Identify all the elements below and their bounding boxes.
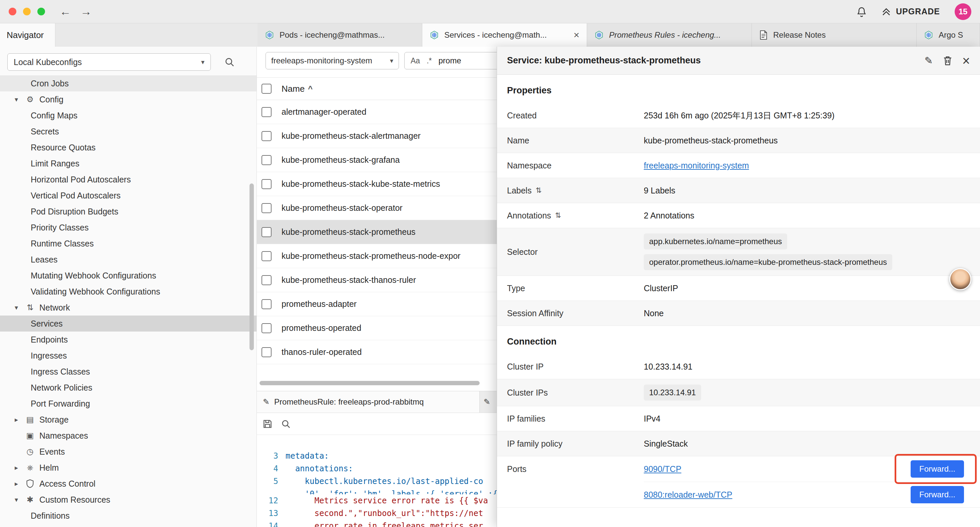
sidebar-item-resource-quotas[interactable]: Resource Quotas: [0, 139, 256, 155]
sidebar-item-network-policies[interactable]: Network Policies: [0, 380, 256, 396]
sidebar-item-custom-resources[interactable]: ▾✱Custom Resources: [0, 492, 256, 508]
sidebar-item-config[interactable]: ▾⚙Config: [0, 91, 256, 107]
tab-prometheus-rules-icecheng[interactable]: Prometheus Rules - icecheng...: [587, 23, 752, 47]
sidebar-item-pod-disruption-budgets[interactable]: Pod Disruption Budgets: [0, 204, 256, 220]
tab-release-notes[interactable]: Release Notes: [752, 23, 916, 47]
notification-count-badge[interactable]: 15: [955, 3, 971, 20]
chevron-down-icon[interactable]: ▾: [12, 304, 21, 312]
detail-row-cluster-ip: Cluster IP10.233.14.91: [497, 354, 980, 379]
sidebar-item-config-maps[interactable]: Config Maps: [0, 107, 256, 123]
dock-tab-prometheusrule[interactable]: ✎ PrometheusRule: freeleaps-prod-rabbitm…: [257, 391, 480, 412]
regex-toggle[interactable]: .*: [426, 56, 432, 65]
sidebar-item-horizontal-pod-autoscalers[interactable]: Horizontal Pod Autoscalers: [0, 172, 256, 188]
name-column-header[interactable]: Name ^: [282, 84, 313, 94]
minimize-window-button[interactable]: [23, 8, 31, 15]
sidebar-item-definitions[interactable]: Definitions: [0, 508, 256, 524]
close-tab-icon[interactable]: ×: [573, 29, 579, 41]
notifications-bell-icon[interactable]: [857, 6, 867, 17]
forward-button[interactable]: Forward...: [911, 486, 964, 503]
table-row[interactable]: kube-prometheus-stack-alertmanager: [257, 124, 497, 148]
row-checkbox[interactable]: [261, 131, 272, 141]
table-row[interactable]: kube-prometheus-stack-grafana: [257, 148, 497, 172]
forward-button[interactable]: →: [80, 5, 92, 18]
sidebar-item-services[interactable]: Services: [0, 315, 256, 331]
sidebar-item-limit-ranges[interactable]: Limit Ranges: [0, 155, 256, 172]
namespace-filter-select[interactable]: freeleaps-monitoring-system ▾: [266, 52, 399, 69]
table-row[interactable]: prometheus-adapter: [257, 292, 497, 316]
table-row[interactable]: kube-prometheus-stack-operator: [257, 196, 497, 220]
sidebar-item-secrets[interactable]: Secrets: [0, 123, 256, 139]
table-row[interactable]: alertmanager-operated: [257, 100, 497, 124]
row-checkbox[interactable]: [261, 347, 272, 357]
sidebar-item-port-forwarding[interactable]: Port Forwarding: [0, 396, 256, 412]
sidebar-item-cron-jobs[interactable]: Cron Jobs: [0, 75, 256, 91]
horizontal-scrollbar-thumb[interactable]: [259, 381, 480, 385]
sidebar-item-endpoints[interactable]: Endpoints: [0, 331, 256, 347]
yaml-editor[interactable]: 3metadata:4 annotations:5 kubectl.kubern…: [257, 435, 497, 527]
services-search-input[interactable]: Aa .* prome: [404, 52, 497, 69]
port-link[interactable]: 9090/TCP: [644, 464, 681, 474]
sidebar-item-helm[interactable]: ▸⎈Helm: [0, 460, 256, 476]
chevron-right-icon[interactable]: ▸: [12, 416, 21, 424]
back-button[interactable]: ←: [60, 5, 71, 18]
user-avatar[interactable]: [949, 268, 971, 290]
port-link[interactable]: 8080:reloader-web/TCP: [644, 490, 732, 500]
dock-tab-next[interactable]: ✎: [480, 391, 497, 412]
kubeconfig-selector[interactable]: Local Kubeconfigs ▾: [7, 53, 211, 71]
table-row[interactable]: thanos-ruler-operated: [257, 340, 497, 364]
sidebar-item-access-control[interactable]: ▸Access Control: [0, 476, 256, 492]
horizontal-scrollbar[interactable]: [259, 381, 494, 385]
detail-value-link[interactable]: freeleaps-monitoring-system: [644, 161, 749, 170]
sort-updown-icon[interactable]: ⇅: [555, 211, 561, 220]
sort-updown-icon[interactable]: ⇅: [536, 186, 542, 195]
row-checkbox[interactable]: [261, 179, 272, 189]
row-checkbox[interactable]: [261, 275, 272, 285]
editor-search-icon[interactable]: [281, 419, 291, 429]
sidebar-item-vertical-pod-autoscalers[interactable]: Vertical Pod Autoscalers: [0, 188, 256, 204]
table-row[interactable]: kube-prometheus-stack-thanos-ruler: [257, 268, 497, 292]
row-checkbox[interactable]: [261, 155, 272, 165]
close-window-button[interactable]: [9, 8, 16, 15]
match-case-toggle[interactable]: Aa: [410, 56, 420, 65]
table-row[interactable]: kube-prometheus-stack-prometheus-node-ex…: [257, 244, 497, 268]
tab-pods-icecheng-mathmas[interactable]: Pods - icecheng@mathmas...: [258, 23, 422, 47]
row-checkbox[interactable]: [261, 203, 272, 213]
sidebar-item-mutating-webhook-configurations[interactable]: Mutating Webhook Configurations: [0, 267, 256, 283]
sidebar-item-priority-classes[interactable]: Priority Classes: [0, 220, 256, 236]
tab-services-icecheng-math[interactable]: Services - icecheng@math...×: [422, 23, 587, 47]
sidebar-item-events[interactable]: ◷Events: [0, 444, 256, 460]
table-row[interactable]: kube-prometheus-stack-prometheus: [257, 220, 497, 244]
sidebar-scrollbar-thumb[interactable]: [250, 183, 254, 350]
sidebar-item-validating-webhook-configurations[interactable]: Validating Webhook Configurations: [0, 283, 256, 299]
upgrade-button[interactable]: UPGRADE: [881, 7, 940, 16]
sidebar-item-namespaces[interactable]: ▣Namespaces: [0, 428, 256, 444]
edit-pencil-icon[interactable]: ✎: [924, 55, 933, 66]
sidebar-item-network[interactable]: ▾⇅Network: [0, 299, 256, 315]
table-row[interactable]: kube-prometheus-stack-kube-state-metrics: [257, 172, 497, 196]
sidebar-item-ingress-classes[interactable]: Ingress Classes: [0, 363, 256, 380]
save-icon[interactable]: [262, 419, 273, 429]
sidebar-scrollbar[interactable]: [250, 183, 254, 397]
tab-argo-s[interactable]: Argo S: [916, 23, 980, 47]
row-checkbox[interactable]: [261, 299, 272, 309]
row-checkbox[interactable]: [261, 227, 272, 237]
zoom-window-button[interactable]: [37, 8, 45, 15]
chevron-down-icon[interactable]: ▾: [12, 96, 21, 103]
row-checkbox[interactable]: [261, 251, 272, 261]
select-all-checkbox[interactable]: [261, 84, 272, 94]
chevron-down-icon[interactable]: ▾: [12, 496, 21, 504]
table-row[interactable]: prometheus-operated: [257, 316, 497, 340]
sidebar-item-runtime-classes[interactable]: Runtime Classes: [0, 236, 256, 252]
sidebar-item-ingresses[interactable]: Ingresses: [0, 347, 256, 363]
forward-button[interactable]: Forward...: [911, 460, 964, 478]
close-drawer-icon[interactable]: ×: [963, 56, 970, 66]
chevron-right-icon[interactable]: ▸: [12, 463, 21, 471]
sidebar-item-storage[interactable]: ▸▤Storage: [0, 412, 256, 428]
navigator-pane-title[interactable]: Navigator: [0, 23, 56, 47]
chevron-right-icon[interactable]: ▸: [12, 480, 21, 488]
sidebar-item-leases[interactable]: Leases: [0, 252, 256, 267]
sidebar-search-icon[interactable]: [224, 57, 235, 69]
row-checkbox[interactable]: [261, 107, 272, 117]
row-checkbox[interactable]: [261, 323, 272, 333]
trash-icon[interactable]: [943, 56, 952, 66]
